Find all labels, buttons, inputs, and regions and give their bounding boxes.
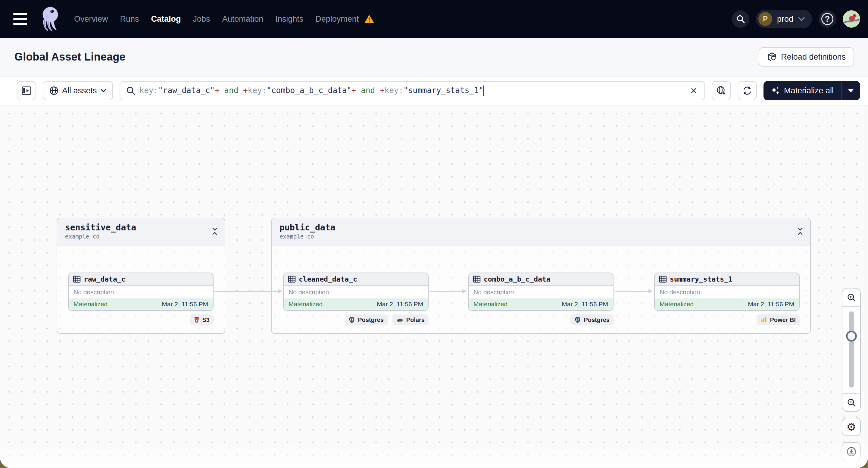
table-icon: [288, 275, 296, 283]
reload-definitions-button[interactable]: Reload definitions: [759, 47, 854, 67]
deployment-switcher[interactable]: P prod: [756, 10, 812, 28]
zoom-slider-track[interactable]: [849, 311, 854, 387]
materialize-all-label: Materialize all: [784, 86, 834, 95]
refresh-button[interactable]: [738, 81, 757, 100]
clear-search-button[interactable]: ✕: [689, 86, 698, 96]
page-header: Global Asset Lineage Reload definitions: [0, 38, 868, 76]
query-text[interactable]: key:"raw_data_c"+ and +key:"combo_a_b_c_…: [140, 86, 685, 96]
asset-status-row: Materialized Mar 2, 11:56 PM: [69, 299, 213, 310]
status-badge: Materialized: [659, 301, 693, 308]
asset-description: No description: [655, 286, 799, 299]
nav-item-jobs[interactable]: Jobs: [193, 14, 210, 24]
reload-cube-icon: [767, 52, 777, 62]
tag-label: Power BI: [770, 316, 796, 323]
asset-search-input[interactable]: key:"raw_data_c"+ and +key:"combo_a_b_c_…: [120, 81, 705, 100]
kind-tag-polars[interactable]: Polars: [393, 314, 429, 325]
help-button[interactable]: ?: [818, 10, 836, 28]
dagster-logo-icon[interactable]: [38, 5, 62, 33]
asset-node-header: cleaned_data_c: [284, 273, 428, 286]
reload-definitions-label: Reload definitions: [781, 53, 846, 62]
tag-label: Postgres: [584, 316, 610, 323]
group-name: public_data: [279, 223, 803, 232]
asset-description: No description: [469, 286, 613, 299]
tag-label: Polars: [406, 316, 425, 323]
download-icon: [846, 447, 857, 457]
nav-right-cluster: P prod ?: [732, 10, 860, 28]
postgres-icon: [348, 316, 355, 323]
status-badge: Materialized: [288, 301, 322, 308]
asset-scope-label: All assets: [62, 86, 97, 95]
canvas-bottom-fade: [0, 441, 868, 468]
asset-tags-combo-a-b-c-data: Postgres: [468, 314, 614, 325]
asset-tags-summary-stats-1: Power BI: [654, 314, 800, 325]
materialization-timestamp: Mar 2, 11:56 PM: [562, 301, 608, 308]
refresh-icon: [742, 86, 752, 95]
asset-node-raw-data-c[interactable]: raw_data_c No description Materialized M…: [68, 273, 214, 311]
materialize-options-button[interactable]: [841, 81, 860, 100]
group-header[interactable]: public_data example_co: [272, 218, 810, 245]
collapse-group-icon[interactable]: [797, 227, 804, 235]
collapse-group-icon[interactable]: [211, 227, 218, 235]
nav-item-automation[interactable]: Automation: [222, 14, 264, 24]
asset-description: No description: [69, 286, 213, 299]
status-badge: Materialized: [73, 301, 107, 308]
nav-item-runs[interactable]: Runs: [120, 14, 139, 24]
app-window: Overview Runs Catalog Jobs Automation In…: [0, 0, 868, 468]
asset-node-cleaned-data-c[interactable]: cleaned_data_c No description Materializ…: [283, 273, 429, 311]
group-header[interactable]: sensitive_data example_co: [57, 218, 225, 245]
asset-node-header: summary_stats_1: [655, 273, 799, 286]
lineage-canvas[interactable]: sensitive_data example_co public_data ex…: [0, 105, 868, 468]
lineage-edge: [615, 291, 649, 292]
nav-item-catalog[interactable]: Catalog: [151, 14, 181, 24]
gear-icon: ⚙: [846, 422, 856, 433]
zoom-in-button[interactable]: [842, 288, 860, 307]
deployment-warning-icon[interactable]: [364, 14, 374, 24]
lineage-toolbar: All assets key:"raw_data_c"+ and +key:"c…: [0, 76, 868, 105]
user-avatar[interactable]: [843, 10, 860, 28]
asset-node-combo-a-b-c-data[interactable]: combo_a_b_c_data No description Material…: [468, 273, 614, 311]
asset-node-summary-stats-1[interactable]: summary_stats_1 No description Materiali…: [654, 273, 800, 311]
kind-tag-postgres[interactable]: Postgres: [570, 314, 614, 325]
kind-tag-s3[interactable]: S3: [190, 314, 214, 325]
zoom-controls: [842, 288, 861, 412]
kind-tag-powerbi[interactable]: Power BI: [756, 314, 800, 325]
search-icon: [126, 86, 135, 95]
globe-plus-icon: [716, 86, 726, 95]
materialize-all-button[interactable]: Materialize all: [764, 81, 841, 100]
zoom-in-icon: [847, 293, 856, 302]
chevron-down-icon: [101, 89, 106, 92]
download-image-button[interactable]: [842, 442, 861, 461]
asset-scope-filter[interactable]: All assets: [43, 81, 113, 100]
materialization-timestamp: Mar 2, 11:56 PM: [377, 301, 423, 308]
nav-item-insights[interactable]: Insights: [275, 14, 303, 24]
kind-tag-postgres[interactable]: Postgres: [345, 314, 388, 325]
powerbi-icon: [761, 316, 767, 323]
view-full-graph-button[interactable]: [712, 81, 731, 100]
zoom-out-button[interactable]: [842, 393, 860, 411]
deployment-badge: P: [758, 12, 772, 26]
lineage-edge: [214, 291, 278, 292]
asset-node-header: combo_a_b_c_data: [469, 273, 613, 286]
tag-label: Postgres: [358, 316, 384, 323]
lineage-edge: [430, 291, 463, 292]
global-search-button[interactable]: [732, 10, 749, 28]
caret-down-icon: [848, 89, 854, 92]
group-name: sensitive_data: [65, 223, 217, 232]
nav-item-overview[interactable]: Overview: [74, 14, 108, 24]
asset-name: summary_stats_1: [670, 275, 733, 283]
open-sidebar-button[interactable]: [17, 81, 36, 100]
page-title: Global Asset Lineage: [14, 51, 126, 63]
s3-bucket-icon: [194, 316, 200, 323]
graph-settings-button[interactable]: ⚙: [842, 418, 861, 436]
table-icon: [473, 275, 481, 283]
zoom-slider-thumb[interactable]: [846, 331, 857, 342]
asset-description: No description: [284, 286, 428, 299]
materialization-timestamp: Mar 2, 11:56 PM: [748, 301, 794, 308]
asset-status-row: Materialized Mar 2, 11:56 PM: [284, 299, 428, 310]
tag-label: S3: [203, 316, 210, 323]
nav-item-deployment[interactable]: Deployment: [315, 14, 359, 24]
zoom-out-icon: [847, 398, 856, 407]
asset-status-row: Materialized Mar 2, 11:56 PM: [469, 299, 613, 310]
asset-name: cleaned_data_c: [299, 275, 357, 283]
hamburger-menu-icon[interactable]: [13, 13, 28, 25]
